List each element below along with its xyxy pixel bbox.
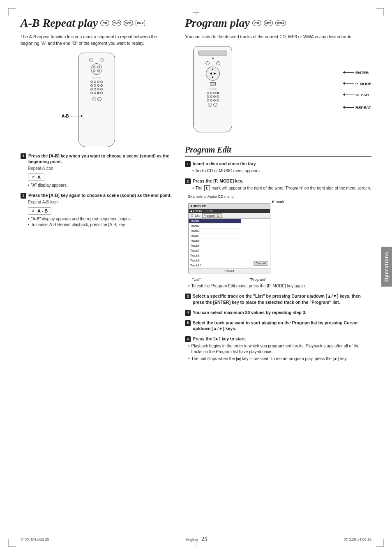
pe-step6-bullet1: Playback begins in the order in which yo… — [188, 343, 371, 355]
pe-step-3: 3 Select a specific track on the "List" … — [185, 293, 371, 305]
remote-bottom-row — [92, 97, 101, 101]
badge-dvd: DVD — [112, 20, 121, 26]
remote-nav-circle: ▲ ◀▶ ▼ — [206, 67, 220, 81]
remote-labels: ENTER P. MODE — [343, 69, 371, 111]
footer-center: English 25 — [186, 536, 207, 543]
menu-track-6: Track6 — [189, 243, 241, 248]
pe-step-6: 6 Press the [►] key to start. Playback b… — [185, 336, 371, 362]
pe-step-1: 1 Insert a disc and close the tray. Audi… — [185, 161, 371, 174]
remote-pp-row1 — [207, 92, 219, 94]
badge-cd-ab: CD — [100, 20, 109, 26]
program-play-title: Program play CD MP3 WMA — [185, 16, 371, 30]
label-clear: CLEAR — [343, 91, 371, 99]
pe-step-num-5: 5 — [185, 320, 191, 326]
ab-repeat-title: A-B Repeat play CD DVD VCD DivX — [21, 16, 173, 30]
menu-track-5: Track5 — [189, 238, 241, 243]
pe-step-num-1: 1 — [185, 161, 191, 167]
remote-pp-row2 — [207, 95, 219, 98]
menu-list-column: Track1 Track2 Track3 Track4 Track5 Track… — [189, 219, 241, 268]
remote-pp-row3 — [207, 99, 219, 102]
remote-center-btn — [91, 63, 102, 75]
menu-track-4: Track4 — [189, 234, 241, 238]
page-number: 25 — [201, 536, 207, 542]
footer-right: 07.3.29 14:06:16 — [344, 537, 371, 541]
menu-example-label: Example of Audio CD menu — [188, 194, 371, 199]
repeat-a-icon-display: ↺ A — [28, 173, 44, 181]
menu-toolbar: 🎵 List Program 🔒 — [189, 213, 270, 219]
pe-step-num-2: 2 — [185, 178, 191, 184]
ab-repeat-section: A-B Repeat play CD DVD VCD DivX The A-B … — [21, 16, 173, 366]
remote-btn-tl — [89, 58, 93, 62]
program-edit-title: Program Edit — [185, 145, 371, 157]
menu-body: Track1 Track2 Track3 Track4 Track5 Track… — [189, 219, 270, 268]
menu-footer: Picture — [189, 268, 270, 273]
section-divider — [185, 140, 371, 141]
pe-step2-bullet: The E mark will appear to the right of t… — [192, 185, 371, 191]
menu-track-10: Track10 — [189, 263, 241, 268]
menu-track-3: Track3 — [189, 229, 241, 234]
label-repeat: REPEAT — [343, 104, 371, 111]
step1-bullet: "A" display appears. — [28, 183, 173, 188]
remote-body-ab: ◁▷▷ — [78, 53, 115, 147]
file-ref: 5400_EN.indd 25 — [21, 537, 49, 541]
pe-step-5: 5 Select the track you want to start pla… — [185, 320, 371, 332]
remote-row1 — [90, 81, 103, 83]
repeat-ab-icon-display: ↺ A - B — [28, 207, 51, 215]
remote-illustration-ab: ◁▷▷ — [21, 53, 173, 147]
menu-header-bar: AUDIO CD — [189, 204, 270, 209]
clear-all-btn: Clear All — [254, 261, 268, 266]
label-pmode: P. MODE — [343, 80, 371, 88]
step-num-2: 2 — [21, 193, 26, 199]
menu-example-container: Example of Audio CD menu AUDIO CD ■ 4:35… — [188, 194, 371, 282]
badge-cd-pp: CD — [252, 20, 261, 26]
remote-pp-arrow-row: ◁▷▷ — [209, 87, 217, 90]
pe-step1-bullet: Audio CD or MUSIC menu appears. — [192, 168, 371, 174]
menu-screenshot: AUDIO CD ■ 4:35:07♪ 1/12 🎵 List — [188, 203, 270, 273]
badge-divx: DivX — [136, 20, 145, 26]
pe-step-num-4: 4 — [185, 310, 191, 316]
ab-repeat-intro: The A-B repeat function lets you mark a … — [21, 34, 173, 47]
pe-step-2: 2 Press the [P. MODE] key. The E mark wi… — [185, 178, 371, 289]
badge-vcd: VCD — [124, 20, 133, 26]
step2-bullet2: To cancel A-B Repeat playback, press the… — [28, 222, 173, 228]
remote-ab-row — [90, 92, 103, 94]
program-edit-section: Program Edit 1 Insert a disc and close t… — [185, 145, 371, 362]
repeat-icon-ab: ↺ — [32, 209, 35, 213]
ab-step-2: 2 Press the [A-B] key again to choose a … — [21, 192, 173, 228]
remote-illustration-pp: ▲ ◀▶ ▼ ◁▷▷ — [185, 46, 371, 132]
menu-track-8: Track8 — [189, 253, 241, 258]
toolbar-list: 🎵 List — [190, 213, 200, 218]
pe-step-4: 4 You can select maximum 30 values by re… — [185, 310, 371, 316]
footer-left: 5400_EN.indd 25 — [21, 537, 49, 541]
menu-program-column: Clear All — [241, 219, 270, 268]
step2-bullet1: "A-B" display appears and the repeat seq… — [28, 216, 173, 222]
remote-pp-bottom — [208, 103, 217, 107]
right-column: Program play CD MP3 WMA You can listen t… — [185, 16, 371, 366]
toolbar-program: Program 🔒 — [202, 213, 222, 218]
menu-track-2: Track2 — [189, 224, 241, 229]
badge-mp3: MP3 — [264, 20, 273, 26]
remote-arrows: ◁▷▷ — [93, 76, 101, 79]
remote-body-pp: ▲ ◀▶ ▼ ◁▷▷ — [193, 46, 232, 132]
menu-track-7: Track7 — [189, 248, 241, 253]
exit-note: To exit the Program Edit mode, press the… — [188, 283, 371, 289]
remote-row2 — [90, 84, 103, 87]
badge-wma: WMA — [275, 20, 286, 26]
ab-pointer-label: A-B — [62, 114, 83, 118]
repeat-arrow — [343, 107, 354, 108]
menu-e-mark-row: AUDIO CD ■ 4:35:07♪ 1/12 🎵 List — [188, 200, 371, 277]
ab-arrow — [71, 116, 83, 116]
ab-step-1: 1 Press the [A-B] key when you want to c… — [21, 153, 173, 188]
pe-step-num-3: 3 — [185, 294, 191, 299]
step-num-1: 1 — [21, 153, 26, 159]
menu-track-9: Track9 — [189, 258, 241, 263]
label-enter: ENTER — [343, 69, 371, 76]
program-play-section: Program play CD MP3 WMA You can listen t… — [185, 16, 371, 132]
pe-step6-bullet2: The unit stops when the [■] key is press… — [188, 356, 371, 362]
page-footer: 5400_EN.indd 25 English 25 07.3.29 14:06… — [21, 536, 371, 543]
e-mark-inline: E — [204, 185, 210, 191]
remote-pp-top-btns — [205, 61, 220, 65]
remote-row3 — [90, 88, 103, 90]
menu-status-bar: ■ 4:35:07♪ 1/12 — [189, 209, 270, 213]
remote-display — [198, 51, 227, 56]
